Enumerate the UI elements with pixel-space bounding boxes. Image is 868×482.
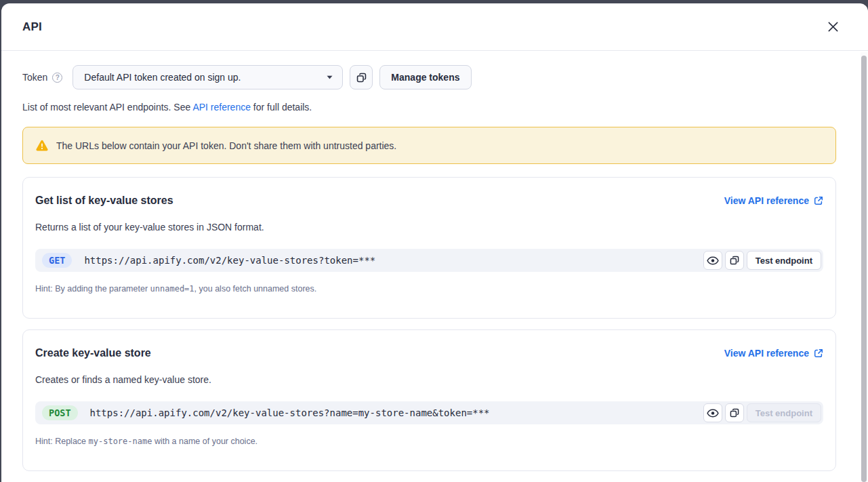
endpoint-card-get-list: Get list of key-value stores View API re…: [22, 177, 836, 319]
api-dialog: API Token ? Default API token created on…: [1, 3, 868, 482]
chevron-down-icon: [327, 75, 333, 79]
test-endpoint-button[interactable]: Test endpoint: [747, 251, 821, 270]
copy-url-button[interactable]: [725, 403, 744, 422]
token-select-value: Default API token created on sign up.: [84, 72, 241, 83]
dialog-body: Token ? Default API token created on sig…: [1, 51, 868, 471]
external-link-icon: [814, 348, 823, 358]
close-icon: [827, 21, 839, 33]
api-reference-link[interactable]: API reference: [192, 102, 251, 113]
endpoint-url: https://api.apify.com/v2/key-value-store…: [90, 407, 703, 418]
warning-text: The URLs below contain your API token. D…: [56, 140, 396, 151]
view-api-reference-label: View API reference: [724, 348, 809, 359]
dialog-header: API: [1, 3, 868, 51]
copy-token-button[interactable]: [350, 65, 373, 89]
external-link-icon: [814, 196, 823, 205]
copy-icon: [356, 72, 367, 83]
hint-code: my-store-name: [89, 437, 152, 446]
endpoint-hint: Hint: Replace my-store-name with a name …: [35, 437, 823, 446]
manage-tokens-button[interactable]: Manage tokens: [379, 65, 471, 89]
close-button[interactable]: [825, 19, 841, 35]
intro-text-after: for full details.: [251, 102, 312, 113]
endpoint-url: https://api.apify.com/v2/key-value-store…: [84, 255, 703, 266]
dialog-title: API: [22, 20, 42, 34]
help-icon[interactable]: ?: [52, 73, 62, 83]
intro-text-before: List of most relevant API endpoints. See: [22, 102, 192, 113]
test-endpoint-button[interactable]: Test endpoint: [747, 403, 821, 422]
endpoint-url-bar: POST https://api.apify.com/v2/key-value-…: [35, 401, 823, 424]
view-api-reference-link[interactable]: View API reference: [724, 195, 823, 206]
endpoint-hint: Hint: By adding the parameter unnamed=1,…: [35, 284, 823, 294]
http-method-badge: GET: [42, 253, 72, 268]
endpoint-url-bar: GET https://api.apify.com/v2/key-value-s…: [35, 249, 823, 272]
warning-banner: The URLs below contain your API token. D…: [22, 127, 836, 164]
copy-url-button[interactable]: [725, 251, 744, 270]
http-method-badge: POST: [42, 405, 78, 420]
reveal-token-button[interactable]: [703, 403, 722, 422]
token-select[interactable]: Default API token created on sign up.: [73, 65, 343, 89]
view-api-reference-link[interactable]: View API reference: [724, 348, 823, 359]
copy-icon: [729, 255, 740, 266]
reveal-token-button[interactable]: [703, 251, 722, 270]
endpoint-description: Returns a list of your key-value stores …: [35, 222, 823, 233]
endpoint-card-title: Get list of key-value stores: [35, 195, 173, 207]
warning-icon: [35, 140, 49, 152]
hint-code: unnamed=1: [150, 284, 194, 294]
token-row: Token ? Default API token created on sig…: [22, 65, 836, 89]
scrollbar-thumb[interactable]: [861, 56, 867, 482]
token-label: Token: [22, 72, 47, 83]
view-api-reference-label: View API reference: [724, 195, 809, 206]
copy-icon: [729, 407, 740, 418]
endpoint-description: Creates or finds a named key-value store…: [35, 374, 823, 385]
endpoint-card-create-store: Create key-value store View API referenc…: [22, 329, 836, 471]
intro-text: List of most relevant API endpoints. See…: [22, 102, 836, 113]
eye-icon: [707, 256, 719, 265]
eye-icon: [707, 409, 719, 418]
endpoint-card-title: Create key-value store: [35, 347, 151, 359]
scrollbar[interactable]: [861, 52, 867, 482]
